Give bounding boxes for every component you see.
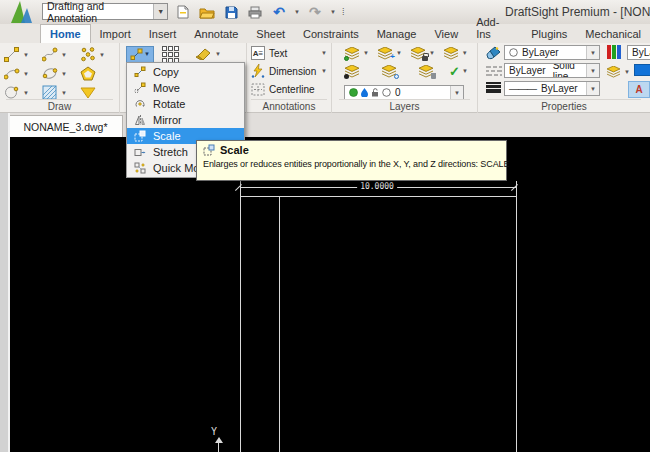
text-dropdown[interactable]: ▼ xyxy=(321,50,327,56)
title-bar: Drafting and Annotation ▼ xyxy=(0,0,650,24)
layer-settings-button[interactable] xyxy=(344,64,361,78)
layer-add-button[interactable]: + ▼ xyxy=(377,46,402,60)
menu-item-label: Scale xyxy=(153,130,181,142)
tab-add-ins[interactable]: Add-Ins xyxy=(467,13,522,43)
linestyle-combo[interactable]: ByLayer Solid line ▼ xyxy=(504,63,600,78)
workspace-selector-value: Drafting and Annotation xyxy=(47,0,153,24)
redo-button[interactable]: ↷ xyxy=(306,3,324,21)
hatch-dropdown[interactable]: ▼ xyxy=(61,90,67,96)
tab-view[interactable]: View xyxy=(425,25,467,43)
layer-activate-dropdown[interactable]: ▼ xyxy=(363,50,369,56)
delete-dropdown[interactable]: ▼ xyxy=(215,51,221,57)
points-dropdown[interactable]: ▼ xyxy=(99,52,105,58)
tab-insert[interactable]: Insert xyxy=(140,25,186,43)
layer-activate-button[interactable]: ▼ xyxy=(344,46,369,60)
dimension-dropdown[interactable]: ▼ xyxy=(321,68,327,74)
menu-item-label: Copy xyxy=(153,66,179,78)
chevron-down-icon[interactable]: ▼ xyxy=(450,86,463,99)
eraser-icon xyxy=(193,48,211,60)
polyline-tool-button[interactable]: ▼ xyxy=(42,45,80,64)
redo-dropdown[interactable]: ▼ xyxy=(330,9,336,15)
new-file-button[interactable] xyxy=(174,3,192,21)
polygon-tool-button[interactable] xyxy=(80,64,118,83)
menu-item-copy[interactable]: Copy xyxy=(127,64,244,80)
gear-badge-icon xyxy=(344,74,349,79)
open-file-button[interactable] xyxy=(198,3,216,21)
properties-panel-label: Properties xyxy=(487,99,642,112)
layer-mini-button[interactable] xyxy=(606,64,623,78)
lock-badge-icon xyxy=(422,56,428,61)
polyline-dropdown[interactable]: ▼ xyxy=(61,52,67,58)
layer-lock-button[interactable]: ▼ xyxy=(410,46,435,60)
linestyle-layer-value: ByLayer xyxy=(509,65,546,76)
copy-dropdown[interactable]: ▼ xyxy=(144,51,150,57)
menu-item-rotate[interactable]: Rotate xyxy=(127,96,244,112)
document-tab[interactable]: NONAME_3.dwg* xyxy=(8,115,123,137)
ucs-y-axis-line xyxy=(218,442,219,452)
undo-dropdown[interactable]: ▼ xyxy=(294,9,300,15)
chevron-down-icon[interactable]: ▼ xyxy=(586,64,599,77)
arc-tool-button[interactable]: ▼ xyxy=(4,64,42,83)
text-style-value: ByLayer xyxy=(632,47,650,58)
layers-panel-label: Layers xyxy=(339,99,470,112)
annotations-panel-label: Annotations xyxy=(251,99,327,112)
workspace-selector[interactable]: Drafting and Annotation ▼ xyxy=(42,3,168,20)
point-tool-button[interactable]: ▼ xyxy=(80,45,118,64)
drawing-canvas[interactable] xyxy=(0,137,650,452)
text-style-combo[interactable]: ByLayer xyxy=(627,45,650,60)
text-icon: A≡ xyxy=(251,46,265,60)
menu-item-label: Stretch xyxy=(153,146,188,158)
color-bars-icon[interactable] xyxy=(607,45,621,59)
rich-text-style-button[interactable]: A xyxy=(628,81,650,98)
extension-line-left xyxy=(240,181,241,452)
tab-annotate[interactable]: Annotate xyxy=(185,25,247,43)
ellipse-icon xyxy=(42,66,58,81)
chevron-down-icon[interactable]: ▼ xyxy=(586,46,599,59)
ucs-y-label: Y xyxy=(211,426,217,437)
tab-constraints[interactable]: Constraints xyxy=(294,25,368,43)
layer-tools-dropdown[interactable]: ▼ xyxy=(462,50,468,56)
layer-tools-button[interactable]: ▼ xyxy=(443,46,468,60)
pattern-tool-button[interactable] xyxy=(162,46,179,63)
tab-manage[interactable]: Manage xyxy=(368,25,426,43)
arc-dropdown[interactable]: ▼ xyxy=(23,71,29,77)
layer-apply-dropdown[interactable]: ▼ xyxy=(462,68,468,74)
open-file-icon xyxy=(199,6,215,19)
save-file-button[interactable] xyxy=(222,3,240,21)
ellipse-tool-button[interactable]: ▼ xyxy=(42,64,80,83)
undo-button[interactable]: ↶ xyxy=(270,3,288,21)
delete-tool-button[interactable]: ▼ xyxy=(193,48,221,60)
ellipse-dropdown[interactable]: ▼ xyxy=(61,71,67,77)
layer-selector-combo[interactable]: 0 ▼ xyxy=(344,85,464,100)
tab-sheet[interactable]: Sheet xyxy=(247,25,294,43)
chevron-down-icon[interactable]: ▼ xyxy=(586,82,599,95)
centerline-tool-button[interactable]: Centerline xyxy=(251,81,329,97)
trash-badge-icon xyxy=(431,73,436,79)
customize-toolbar-button[interactable]: ⁞ xyxy=(342,8,345,17)
layer-mini-dropdown[interactable]: ▼ xyxy=(624,69,630,75)
lineweight-combo[interactable]: ——— ByLayer ▼ xyxy=(504,81,600,96)
line-color-combo[interactable]: ByLayer ▼ xyxy=(504,45,600,60)
tab-home[interactable]: Home xyxy=(40,24,91,43)
print-button[interactable] xyxy=(246,3,264,21)
tab-mechanical[interactable]: Mechanical xyxy=(576,25,650,43)
tab-plugins[interactable]: Plugins xyxy=(522,25,576,43)
tab-import[interactable]: Import xyxy=(91,25,140,43)
chevron-down-icon[interactable]: ▼ xyxy=(153,4,167,19)
line-tool-button[interactable]: ▼ xyxy=(4,45,42,64)
dimension-tool-button[interactable]: Dimension ▼ xyxy=(251,63,329,79)
layer-add-dropdown[interactable]: ▼ xyxy=(396,50,402,56)
menu-item-move[interactable]: Move xyxy=(127,80,244,96)
circle-dropdown[interactable]: ▼ xyxy=(23,90,29,96)
layer-preview-button[interactable] xyxy=(381,64,398,78)
copy-tool-button[interactable]: ▼ xyxy=(126,46,154,63)
menu-item-mirror[interactable]: Mirror xyxy=(127,112,244,128)
layer-stack-icon xyxy=(443,47,459,60)
window-title: DraftSight Premium - [NONAME xyxy=(505,5,650,19)
layer-lock-dropdown[interactable]: ▼ xyxy=(429,50,435,56)
layer-delete-button[interactable] xyxy=(418,64,435,78)
lineweight-preview[interactable] xyxy=(634,64,650,76)
line-dropdown[interactable]: ▼ xyxy=(23,52,29,58)
text-tool-button[interactable]: A≡ Text ▼ xyxy=(251,45,329,61)
layer-apply-button[interactable]: ✓ ▼ xyxy=(449,65,468,78)
